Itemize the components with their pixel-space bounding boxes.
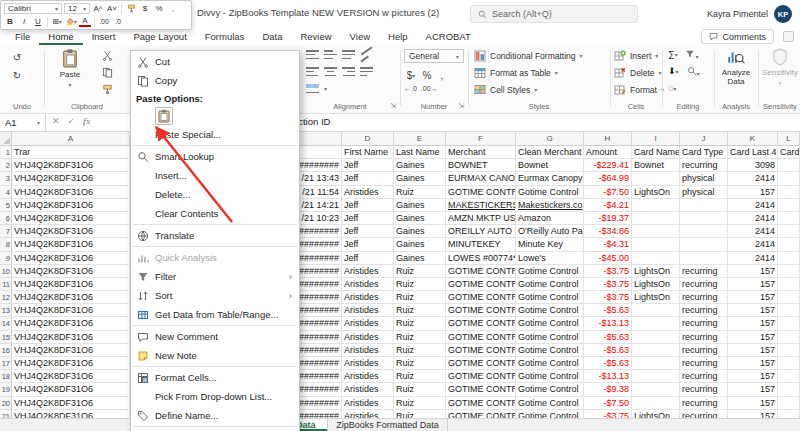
- cell[interactable]: [632, 252, 680, 265]
- cell[interactable]: 157: [728, 317, 778, 330]
- column-header-K[interactable]: K: [728, 132, 778, 145]
- cell[interactable]: Aristides: [342, 265, 394, 278]
- mini-increase-decimal-icon[interactable]: .00: [98, 16, 110, 27]
- row-header-17[interactable]: 17: [0, 357, 12, 370]
- cell[interactable]: [778, 397, 800, 410]
- cell[interactable]: Merchant: [446, 146, 516, 159]
- cell[interactable]: MAKESTICKERS.: [446, 199, 516, 212]
- cell[interactable]: VHJ4Q2K8DF31O6: [12, 317, 130, 330]
- cell[interactable]: VHJ4Q2K8DF31O6: [12, 331, 130, 344]
- cell[interactable]: Ruiz: [394, 331, 446, 344]
- cell[interactable]: 2414: [728, 199, 778, 212]
- cell[interactable]: Gotime Control: [516, 278, 584, 291]
- cell[interactable]: 157: [728, 186, 778, 199]
- cell[interactable]: Ruiz: [394, 370, 446, 383]
- align-bottom-icon[interactable]: [342, 49, 355, 60]
- cell[interactable]: [778, 278, 800, 291]
- cell[interactable]: [632, 370, 680, 383]
- cell[interactable]: Ruiz: [394, 383, 446, 396]
- cell[interactable]: 2414: [728, 238, 778, 251]
- cell[interactable]: Last Name: [394, 146, 446, 159]
- cell[interactable]: VHJ4Q2K8DF31O6: [12, 172, 130, 185]
- cell[interactable]: -$34.86: [584, 225, 632, 238]
- currency-format-icon[interactable]: $▾: [404, 67, 418, 83]
- cell[interactable]: Aristides: [342, 186, 394, 199]
- cell[interactable]: [680, 225, 728, 238]
- cell[interactable]: [778, 212, 800, 225]
- cell[interactable]: Jeff: [342, 172, 394, 185]
- menu-item-smart-lookup[interactable]: Smart Lookup: [131, 147, 299, 166]
- conditional-formatting-button[interactable]: Conditional Formatting▾: [474, 47, 583, 64]
- cell[interactable]: Ruiz: [394, 344, 446, 357]
- cell[interactable]: recurring: [680, 357, 728, 370]
- cell[interactable]: 157: [728, 357, 778, 370]
- cell[interactable]: -$13.13: [584, 317, 632, 330]
- cell[interactable]: GOTIME CONTR: [446, 370, 516, 383]
- cell[interactable]: Jeff: [342, 212, 394, 225]
- menu-item-copy[interactable]: Copy: [131, 71, 299, 90]
- cell[interactable]: VHJ4Q2K8DF31O6: [12, 304, 130, 317]
- search-box[interactable]: Search (Alt+Q): [470, 5, 638, 23]
- clear-icon[interactable]: ◌▾: [668, 83, 676, 93]
- cell[interactable]: Aristides: [342, 331, 394, 344]
- cell[interactable]: VHJ4Q2K8DF31O6: [12, 291, 130, 304]
- font-color-icon[interactable]: A: [79, 16, 91, 27]
- cell[interactable]: GOTIME CONTR: [446, 278, 516, 291]
- align-top-icon[interactable]: [306, 49, 319, 60]
- cell[interactable]: First Name: [342, 146, 394, 159]
- cell[interactable]: [632, 344, 680, 357]
- row-header-1[interactable]: 1: [0, 146, 12, 159]
- cell[interactable]: -$5.63: [584, 331, 632, 344]
- cell[interactable]: -$4.31: [584, 238, 632, 251]
- mini-currency-icon[interactable]: $: [139, 3, 151, 14]
- cell[interactable]: 157: [728, 397, 778, 410]
- cell[interactable]: Makestickers.co: [516, 199, 584, 212]
- cell[interactable]: -$3.75: [584, 410, 632, 418]
- cell[interactable]: Aristides: [342, 278, 394, 291]
- align-middle-icon[interactable]: [324, 49, 337, 60]
- cell[interactable]: [778, 304, 800, 317]
- redo-icon[interactable]: ↻: [8, 67, 26, 83]
- cell[interactable]: Card Name: [632, 146, 680, 159]
- paste-button[interactable]: Paste▾: [54, 48, 86, 88]
- mini-percent-icon[interactable]: %: [153, 3, 165, 14]
- cell[interactable]: [778, 357, 800, 370]
- grow-font-icon[interactable]: A^: [92, 3, 104, 14]
- font-name-select[interactable]: Calibri▾: [4, 3, 62, 14]
- cell[interactable]: 157: [728, 383, 778, 396]
- cell[interactable]: GOTIME CONTR: [446, 410, 516, 418]
- align-center-icon[interactable]: [324, 66, 337, 77]
- cell[interactable]: -$19.37: [584, 212, 632, 225]
- undo-icon[interactable]: ↺: [8, 49, 26, 65]
- avatar[interactable]: KP: [774, 5, 792, 23]
- cell[interactable]: LightsOn: [632, 186, 680, 199]
- cell[interactable]: physical: [680, 186, 728, 199]
- cell[interactable]: VHJ4Q2K8DF31O6: [12, 199, 130, 212]
- cell[interactable]: recurring: [680, 304, 728, 317]
- cell[interactable]: 157: [728, 410, 778, 418]
- ribbon-tab-file[interactable]: File: [6, 28, 39, 45]
- cell[interactable]: [778, 370, 800, 383]
- cell[interactable]: Lowe's: [516, 252, 584, 265]
- cell[interactable]: LightsOn: [632, 278, 680, 291]
- cell[interactable]: recurring: [680, 410, 728, 418]
- ribbon-options-icon[interactable]: [783, 31, 794, 42]
- account-area[interactable]: Kayra Pimentel KP: [707, 5, 792, 23]
- cell[interactable]: MINUTEKEY: [446, 238, 516, 251]
- cell[interactable]: Jeff: [342, 252, 394, 265]
- cell[interactable]: EURMAX CANOP: [446, 172, 516, 185]
- column-header-L[interactable]: L: [778, 132, 800, 145]
- cell[interactable]: Amount: [584, 146, 632, 159]
- cell[interactable]: 2414: [728, 212, 778, 225]
- column-header-J[interactable]: J: [680, 132, 728, 145]
- cell[interactable]: GOTIME CONTR: [446, 186, 516, 199]
- cell[interactable]: Gotime Control: [516, 331, 584, 344]
- decrease-decimal-icon[interactable]: .00→: [421, 85, 438, 92]
- cell[interactable]: recurring: [680, 370, 728, 383]
- row-header-15[interactable]: 15: [0, 331, 12, 344]
- find-select-icon[interactable]: ▾: [687, 66, 700, 78]
- cell[interactable]: LightsOn: [632, 291, 680, 304]
- format-as-table-button[interactable]: Format as Table▾: [474, 64, 583, 81]
- cell[interactable]: Gaines: [394, 238, 446, 251]
- cell[interactable]: VHJ4Q2K8DF31O6: [12, 238, 130, 251]
